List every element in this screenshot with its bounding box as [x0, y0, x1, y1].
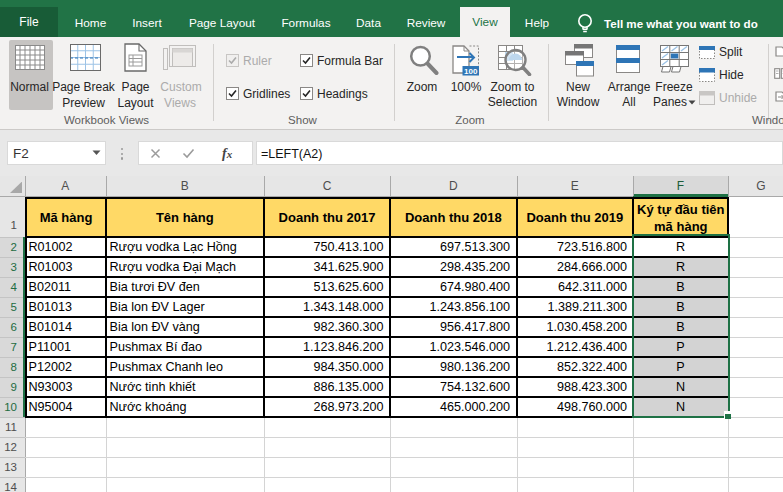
svg-text:100: 100 [464, 67, 478, 76]
